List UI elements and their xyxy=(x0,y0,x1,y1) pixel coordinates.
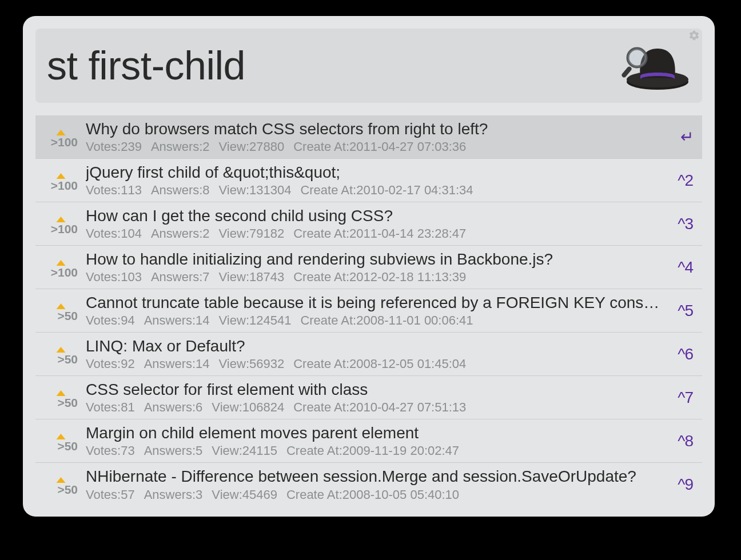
upvote-icon xyxy=(57,217,66,222)
vote-badge: >50 xyxy=(38,473,80,497)
result-title: How to handle initializing and rendering… xyxy=(86,250,663,269)
result-content: Why do browsers match CSS selectors from… xyxy=(80,119,669,155)
result-title: jQuery first child of &quot;this&quot; xyxy=(86,163,663,182)
result-row[interactable]: >50Margin on child element moves parent … xyxy=(35,419,702,463)
result-content: CSS selector for first element with clas… xyxy=(80,380,669,415)
result-title: Cannot truncate table because it is bein… xyxy=(86,293,663,313)
result-title: LINQ: Max or Default? xyxy=(86,337,663,356)
result-title: Why do browsers match CSS selectors from… xyxy=(86,119,663,139)
result-meta: Votes:73Answers:5View:24115Create At:200… xyxy=(86,443,663,458)
vote-badge-count: >50 xyxy=(38,353,78,366)
upvote-icon xyxy=(57,260,66,266)
result-content: Cannot truncate table because it is bein… xyxy=(80,293,669,329)
vote-badge-count: >50 xyxy=(38,396,78,410)
result-meta: Votes:239Answers:2View:27880Create At:20… xyxy=(86,139,663,154)
vote-badge-count: >100 xyxy=(38,266,78,279)
search-row xyxy=(35,29,702,103)
svg-point-3 xyxy=(628,49,646,67)
shortcut-label: ^5 xyxy=(669,302,696,320)
result-content: How can I get the second child using CSS… xyxy=(80,206,669,242)
result-content: jQuery first child of &quot;this&quot;Vo… xyxy=(80,163,669,198)
result-meta: Votes:103Answers:7View:18743Create At:20… xyxy=(86,270,663,285)
result-row[interactable]: >50Cannot truncate table because it is b… xyxy=(35,289,702,333)
result-meta: Votes:81Answers:6View:106824Create At:20… xyxy=(86,400,663,415)
result-row[interactable]: >100jQuery first child of &quot;this&quo… xyxy=(35,159,702,202)
upvote-icon xyxy=(57,173,66,179)
shortcut-label: ^9 xyxy=(669,475,696,494)
enter-key-icon: ↵ xyxy=(669,127,696,146)
results-list: >100Why do browsers match CSS selectors … xyxy=(35,115,702,506)
upvote-icon xyxy=(57,477,66,483)
vote-badge: >100 xyxy=(38,212,80,236)
upvote-icon xyxy=(57,303,66,309)
vote-badge: >100 xyxy=(38,169,80,193)
upvote-icon xyxy=(57,347,66,353)
result-content: NHibernate - Difference between session.… xyxy=(80,467,669,502)
result-title: NHibernate - Difference between session.… xyxy=(86,467,663,486)
vote-badge: >100 xyxy=(38,255,80,279)
vote-badge-count: >50 xyxy=(38,309,78,323)
shortcut-label: ^2 xyxy=(669,171,696,190)
vote-badge-count: >100 xyxy=(38,222,78,236)
shortcut-label: ^4 xyxy=(669,258,696,277)
vote-badge: >100 xyxy=(38,125,80,149)
search-input[interactable] xyxy=(47,43,606,89)
alfred-panel: >100Why do browsers match CSS selectors … xyxy=(23,16,715,517)
vote-badge-count: >50 xyxy=(38,483,78,497)
vote-badge-count: >100 xyxy=(38,135,78,149)
result-title: Margin on child element moves parent ele… xyxy=(86,423,663,443)
vote-badge: >50 xyxy=(38,429,80,453)
shortcut-label: ^6 xyxy=(669,345,696,363)
upvote-icon xyxy=(57,390,66,396)
vote-badge: >50 xyxy=(38,386,80,410)
shortcut-label: ^3 xyxy=(669,215,696,233)
result-content: LINQ: Max or Default?Votes:92Answers:14V… xyxy=(80,337,669,372)
result-row[interactable]: >50LINQ: Max or Default?Votes:92Answers:… xyxy=(35,333,702,376)
upvote-icon xyxy=(57,130,66,135)
upvote-icon xyxy=(57,434,66,439)
shortcut-label: ^8 xyxy=(669,432,696,450)
vote-badge-count: >100 xyxy=(38,179,78,193)
result-row[interactable]: >100How can I get the second child using… xyxy=(35,202,702,246)
vote-badge: >50 xyxy=(38,342,80,366)
result-meta: Votes:104Answers:2View:79182Create At:20… xyxy=(86,226,663,241)
result-meta: Votes:57Answers:3View:45469Create At:200… xyxy=(86,487,663,502)
result-content: Margin on child element moves parent ele… xyxy=(80,423,669,459)
vote-badge-count: >50 xyxy=(38,439,78,453)
result-content: How to handle initializing and rendering… xyxy=(80,250,669,285)
result-title: How can I get the second child using CSS… xyxy=(86,206,663,226)
result-row[interactable]: >50CSS selector for first element with c… xyxy=(35,376,702,419)
result-row[interactable]: >100Why do browsers match CSS selectors … xyxy=(35,115,702,159)
result-row[interactable]: >50NHibernate - Difference between sessi… xyxy=(35,463,702,506)
alfred-hat-icon xyxy=(616,37,691,94)
result-meta: Votes:94Answers:14View:124541Create At:2… xyxy=(86,313,663,328)
result-meta: Votes:113Answers:8View:131304Create At:2… xyxy=(86,183,663,198)
result-meta: Votes:92Answers:14View:56932Create At:20… xyxy=(86,357,663,371)
result-row[interactable]: >100How to handle initializing and rende… xyxy=(35,246,702,289)
shortcut-label: ^7 xyxy=(669,389,696,407)
result-title: CSS selector for first element with clas… xyxy=(86,380,663,399)
vote-badge: >50 xyxy=(38,299,80,323)
